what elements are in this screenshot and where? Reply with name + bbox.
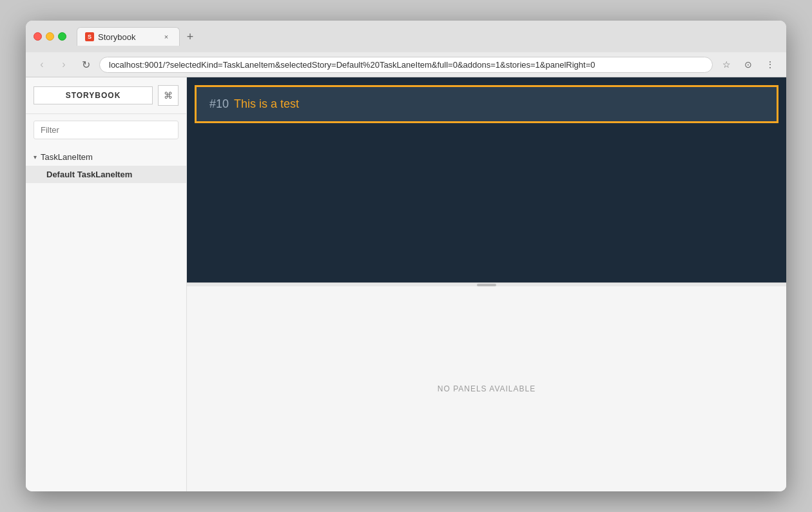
no-panels-text: NO PANELS AVAILABLE [438, 384, 536, 393]
nav-tree: ▾ TaskLaneItem Default TaskLaneItem [26, 146, 186, 186]
panels-area: NO PANELS AVAILABLE [187, 286, 786, 491]
address-bar: ‹ › ↻ localhost:9001/?selectedKind=TaskL… [26, 52, 786, 77]
storybook-button[interactable]: STORYBOOK [34, 86, 153, 104]
browser-window: S Storybook × + ‹ › ↻ localhost:9001/?se… [26, 21, 786, 491]
preview-area: #10 This is a test NO PANELS AVAILABLE [187, 77, 786, 491]
title-bar: S Storybook × + [26, 21, 786, 52]
new-tab-button[interactable]: + [181, 28, 199, 46]
traffic-lights [34, 32, 66, 41]
nav-group-label: TaskLaneItem [41, 152, 93, 162]
nav-group-header[interactable]: ▾ TaskLaneItem [26, 148, 186, 166]
task-title: This is a test [234, 97, 299, 111]
iframe-container: #10 This is a test [187, 77, 786, 282]
forward-button[interactable]: › [55, 56, 72, 73]
tab-bar: S Storybook × + [77, 27, 199, 46]
nav-item-default-tasklaneitem[interactable]: Default TaskLaneItem [26, 166, 186, 183]
tab-title: Storybook [98, 32, 136, 42]
url-bar[interactable]: localhost:9001/?selectedKind=TaskLaneIte… [99, 57, 713, 73]
tab-favicon-icon: S [85, 32, 94, 41]
account-button[interactable]: ⊙ [740, 56, 757, 73]
close-tab-button[interactable]: × [161, 32, 171, 42]
nav-item-label: Default TaskLaneItem [46, 170, 132, 179]
cmd-button[interactable]: ⌘ [158, 85, 179, 106]
menu-button[interactable]: ⋮ [762, 56, 778, 73]
browser-content: STORYBOOK ⌘ ▾ TaskLaneItem Default TaskL… [26, 77, 786, 491]
task-number: #10 [209, 97, 229, 111]
iframe-body [187, 131, 786, 282]
browser-tab[interactable]: S Storybook × [77, 27, 180, 46]
drag-handle-icon [477, 284, 496, 286]
reload-button[interactable]: ↻ [77, 56, 94, 73]
bookmark-button[interactable]: ☆ [718, 56, 735, 73]
sidebar-header: STORYBOOK ⌘ [26, 77, 186, 114]
maximize-window-button[interactable] [58, 32, 66, 41]
sidebar: STORYBOOK ⌘ ▾ TaskLaneItem Default TaskL… [26, 77, 187, 491]
url-text: localhost:9001/?selectedKind=TaskLaneIte… [109, 60, 595, 70]
task-lane-item: #10 This is a test [195, 85, 778, 123]
filter-input[interactable] [34, 121, 179, 139]
back-button[interactable]: ‹ [34, 56, 50, 73]
minimize-window-button[interactable] [46, 32, 54, 41]
chevron-icon: ▾ [34, 153, 37, 161]
close-window-button[interactable] [34, 32, 42, 41]
